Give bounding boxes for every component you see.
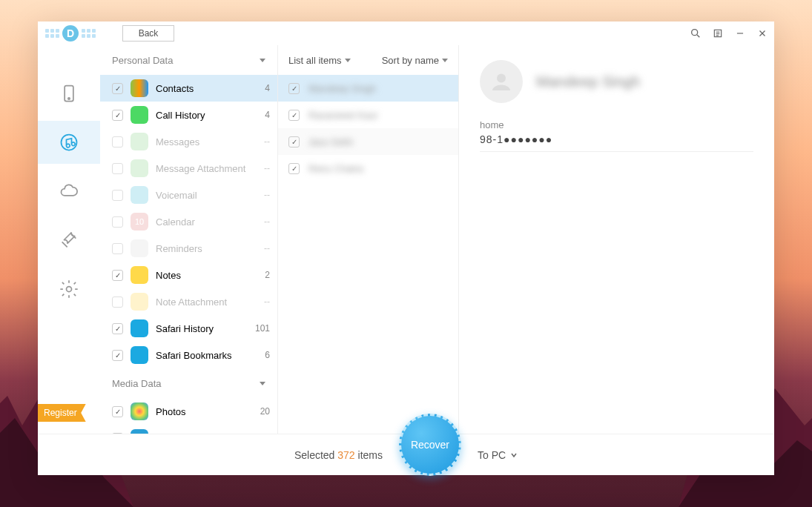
category-count: 4 (265, 83, 270, 93)
sort-dropdown[interactable]: Sort by name (382, 55, 448, 66)
category-icon (131, 186, 148, 204)
nav-icloud[interactable] (38, 170, 100, 213)
category-count: 101 (255, 323, 270, 334)
category-header-label: Media Data (112, 378, 161, 389)
checkbox[interactable]: ✓ (112, 323, 123, 334)
category-notes[interactable]: ✓Notes2 (100, 262, 277, 288)
category-label: Voicemail (156, 190, 257, 201)
category-panel: Personal Data ✓Contacts4✓Call History4Me… (100, 45, 278, 434)
category-count: -- (264, 243, 270, 254)
category-note-attachment: Note Attachment-- (100, 288, 277, 315)
category-header-personal[interactable]: Personal Data (100, 45, 277, 75)
category-header-media[interactable]: Media Data (100, 368, 277, 398)
checkbox (112, 216, 123, 228)
register-button[interactable]: Register (38, 404, 86, 422)
contact-item[interactable]: ✓Jass Sethi (278, 128, 458, 155)
category-count: -- (264, 190, 270, 200)
checkbox (112, 243, 123, 254)
contact-item[interactable]: ✓Ravaneeet Kaur (278, 102, 458, 128)
nav-tools[interactable] (38, 219, 100, 262)
svg-point-12 (67, 287, 72, 292)
category-label: Photos (156, 406, 253, 417)
items-panel: List all items Sort by name ✓Mandeep Sin… (278, 45, 459, 434)
chevron-down-icon (260, 59, 265, 62)
category-photos[interactable]: ✓Photos20 (100, 398, 277, 425)
contact-name: Mandeep Singh (536, 73, 640, 90)
phone-value: 98-1●●●●●●● (480, 133, 753, 152)
category-reminders: Reminders-- (100, 235, 277, 262)
category-calendar: 10Calendar-- (100, 208, 277, 235)
category-icon (131, 79, 148, 97)
category-label: Safari Bookmarks (156, 350, 257, 361)
category-count: -- (264, 163, 270, 173)
category-label: Call History (156, 110, 257, 121)
category-icon (131, 402, 148, 420)
contact-name: Mandeep Singh (308, 83, 376, 94)
checkbox[interactable]: ✓ (112, 406, 123, 417)
contact-name: Ravaneeet Kaur (308, 110, 378, 121)
checkbox[interactable]: ✓ (288, 110, 300, 121)
footer: Selected 372 items Recover To PC (38, 434, 774, 475)
category-count: -- (264, 296, 270, 307)
contact-item[interactable]: ✓Mandeep Singh (278, 75, 458, 102)
destination-dropdown[interactable]: To PC (478, 449, 518, 461)
search-icon[interactable] (690, 27, 702, 39)
category-label: Message Attachment (156, 163, 257, 174)
checkbox[interactable]: ✓ (288, 83, 300, 94)
mode-nav: Register (38, 45, 100, 434)
category-count: 6 (265, 350, 270, 360)
category-photo-videos[interactable]: ✓Photo Videos1 (100, 425, 277, 434)
category-icon (131, 293, 148, 311)
checkbox[interactable]: ✓ (112, 83, 123, 94)
nav-itunes[interactable] (38, 121, 100, 164)
category-icon (131, 106, 148, 124)
menu-icon[interactable] (712, 27, 724, 39)
contact-item[interactable]: ✓Renu Chatra (278, 155, 458, 182)
category-contacts[interactable]: ✓Contacts4 (100, 75, 277, 102)
category-call-history[interactable]: ✓Call History4 (100, 102, 277, 128)
category-label: Reminders (156, 243, 257, 254)
category-count: -- (264, 216, 270, 227)
contact-name: Jass Sethi (308, 136, 353, 148)
checkbox[interactable]: ✓ (112, 270, 123, 281)
svg-point-10 (68, 98, 70, 99)
category-messages: Messages-- (100, 128, 277, 155)
chevron-down-icon (345, 59, 351, 62)
recover-button[interactable]: Recover (399, 414, 461, 476)
nav-device[interactable] (38, 72, 100, 115)
phone-label: home (480, 119, 753, 130)
back-button[interactable]: Back (122, 25, 174, 42)
checkbox[interactable]: ✓ (112, 350, 123, 361)
category-message-attachment: Message Attachment-- (100, 155, 277, 182)
svg-point-13 (497, 74, 506, 83)
close-icon[interactable] (756, 27, 768, 39)
filter-dropdown[interactable]: List all items (288, 55, 351, 66)
checkbox[interactable]: ✓ (288, 136, 300, 148)
checkbox (112, 136, 123, 148)
category-label: Safari History (156, 323, 248, 334)
category-icon (131, 133, 148, 150)
category-safari-history[interactable]: ✓Safari History101 (100, 315, 277, 342)
selection-count: Selected 372 items (294, 449, 383, 461)
checkbox[interactable]: ✓ (112, 110, 123, 121)
minimize-icon[interactable] (734, 27, 746, 39)
svg-point-0 (692, 30, 698, 36)
category-label: Contacts (156, 83, 257, 94)
nav-settings[interactable] (38, 268, 100, 311)
chevron-down-icon (442, 59, 448, 62)
titlebar: D Back (38, 21, 774, 45)
svg-line-1 (697, 35, 699, 37)
category-label: Note Attachment (156, 296, 257, 308)
detail-panel: Mandeep Singh home 98-1●●●●●●● (459, 45, 774, 434)
category-icon (131, 159, 148, 177)
category-count: 2 (265, 270, 270, 280)
checkbox (112, 190, 123, 201)
category-count: 4 (265, 110, 270, 120)
category-icon (131, 319, 148, 337)
category-safari-bookmarks[interactable]: ✓Safari Bookmarks6 (100, 342, 277, 368)
category-label: Calendar (156, 216, 257, 228)
avatar (480, 60, 523, 103)
category-label: Messages (156, 136, 257, 148)
contact-name: Renu Chatra (308, 163, 363, 174)
checkbox[interactable]: ✓ (288, 163, 300, 174)
